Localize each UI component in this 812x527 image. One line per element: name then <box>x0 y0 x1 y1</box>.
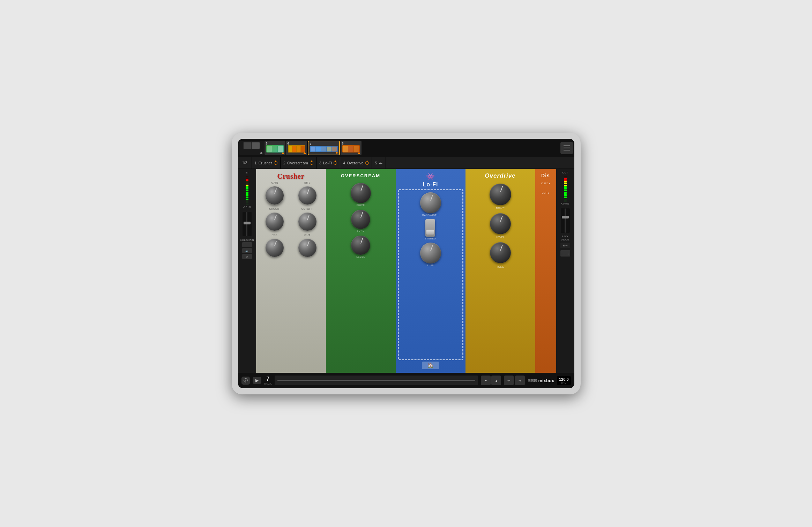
crusher-gain-knob[interactable] <box>266 186 284 205</box>
undo-button[interactable]: ↩ <box>504 376 514 385</box>
tab-half[interactable]: 1/2 <box>238 157 252 169</box>
crusher-crush-knob[interactable] <box>266 213 284 231</box>
overscream-drive-knob[interactable] <box>351 183 371 203</box>
speaker-icon: 🔈 <box>245 249 249 252</box>
ch1-power-icon[interactable] <box>274 161 277 165</box>
lofi-bandwidth-knob[interactable] <box>420 192 441 213</box>
in-label: IN <box>246 171 248 174</box>
settings-icon: ⊕ <box>246 255 248 258</box>
out-label: OUT <box>562 171 568 174</box>
ch2-power-icon[interactable] <box>310 161 313 165</box>
lofi-stereo-knob[interactable] <box>425 219 435 237</box>
slot-thumbnail-8 <box>342 145 360 153</box>
lofi-lofi-knob[interactable] <box>420 243 441 264</box>
crusher-cutoff-knob-container <box>298 213 316 231</box>
vu-seg-g6 <box>246 190 248 191</box>
out-fader-handle[interactable] <box>562 216 569 218</box>
out-vu-y1 <box>564 185 567 186</box>
side-chain-button[interactable]: - <box>242 242 252 247</box>
ch2-name: Overscream <box>287 161 308 165</box>
output-fader[interactable] <box>561 208 570 233</box>
slot-thumbnail-6 <box>288 145 305 153</box>
play-button[interactable]: ▶ <box>253 377 261 384</box>
overdrive-module: Overdrive DRIVE <box>465 169 535 373</box>
overscream-drive-label: DRIVE <box>357 204 365 206</box>
overdrive-tone-knob[interactable] <box>490 242 511 263</box>
nav-up-button[interactable]: ▴ <box>491 376 501 385</box>
rack-sublabel: RACK <box>264 382 272 385</box>
rack-indicator: 7 RACK <box>264 376 272 385</box>
rack-slot-5[interactable]: 5 <box>265 141 285 155</box>
crusher-cutoff-knob[interactable] <box>298 213 316 231</box>
rack-slot-8[interactable]: 8 <box>341 141 362 155</box>
distortion-module: Dis CLIP 2● CLIP 1 <box>535 169 556 373</box>
out-vu-g5 <box>564 192 567 193</box>
out-vu-r1 <box>564 179 567 181</box>
crusher-param-labels-mid: CRUSH CUTOFF <box>258 207 324 210</box>
tab-ch4[interactable]: 4 Overdrive <box>340 157 372 169</box>
vu-seg-y3 <box>246 181 248 183</box>
mixbox-logo: ⊟⊟⊟ mixbox <box>528 378 554 383</box>
overdrive-drive-knob[interactable] <box>490 184 511 205</box>
tab-ch1[interactable]: 1 Crusher <box>252 157 281 169</box>
overdrive-level-row <box>468 213 533 234</box>
settings-button[interactable]: ⊕ <box>242 254 252 259</box>
out-vu-g4 <box>564 193 567 195</box>
tab-half-label: 1/2 <box>242 161 247 165</box>
out-vu-g8 <box>564 186 567 188</box>
redo-icon: ↪ <box>519 379 521 383</box>
ch4-power-icon[interactable] <box>365 161 369 165</box>
ch5-name: -/- <box>379 161 382 165</box>
out-vu-g7 <box>564 188 567 190</box>
ch4-name: Overdrive <box>347 161 364 165</box>
vu-seg-g2 <box>246 197 248 198</box>
tab-ch2[interactable]: 2 Overscream <box>281 157 316 169</box>
crusher-bits-knob-container <box>298 186 316 205</box>
crusher-bits-knob[interactable] <box>298 186 316 205</box>
mixer-icon: ⋮⋮⋮ <box>560 252 570 255</box>
lofi-base-icon: 🏠 <box>422 362 439 369</box>
bpm-value: 120.0 <box>559 377 569 381</box>
overscream-tone-knob[interactable] <box>351 210 370 229</box>
crusher-res-knob[interactable] <box>266 239 284 257</box>
nav-down-button[interactable]: ▾ <box>481 376 491 385</box>
rack-slot-7[interactable]: 7 <box>308 141 340 155</box>
preset-display[interactable] <box>275 376 478 385</box>
rack-usage-display: 30% <box>560 243 570 248</box>
rack-slot-prev[interactable] <box>239 141 264 155</box>
menu-button[interactable] <box>560 142 573 154</box>
input-fader[interactable] <box>243 212 252 236</box>
crusher-out-knob[interactable] <box>298 239 316 257</box>
lofi-icon: 👾 <box>398 172 463 181</box>
rack-number: 7 <box>266 376 269 382</box>
undo-redo-group: ↩ ↪ <box>504 376 525 385</box>
stereo-indicator <box>426 230 434 235</box>
rack-slot-6[interactable]: 6 <box>286 141 307 155</box>
power-dot-7 <box>336 152 338 154</box>
crusher-param-labels-top: GAIN BITS <box>258 181 324 184</box>
redo-button[interactable]: ↪ <box>515 376 525 385</box>
preset-bar <box>277 380 476 381</box>
speaker-button[interactable]: 🔈 <box>242 248 252 253</box>
overdrive-level-knob[interactable] <box>490 213 511 234</box>
crusher-knob-row-3 <box>258 239 324 257</box>
ch4-num: 4 <box>343 161 345 165</box>
fader-handle[interactable] <box>244 222 251 224</box>
ch3-num: 3 <box>319 161 321 165</box>
bpm-display[interactable]: 120.0 BPM <box>557 376 571 385</box>
overscream-level-knob[interactable] <box>351 236 370 255</box>
mixer-button[interactable]: ⋮⋮⋮ <box>560 250 570 257</box>
vu-seg-g4 <box>246 193 248 195</box>
lofi-inner-area: BANDWIDTH STEREO Lo-Fi <box>398 189 463 360</box>
tab-ch3[interactable]: 3 Lo-Fi <box>316 157 340 169</box>
lofi-module: 👾 Lo-Fi BANDWIDTH STE <box>396 169 465 373</box>
vu-seg-g3 <box>246 195 248 196</box>
info-button[interactable]: ⓘ <box>241 377 250 385</box>
overdrive-title: Overdrive <box>485 172 515 179</box>
out-vu-off2 <box>564 199 567 200</box>
info-icon: ⓘ <box>244 378 248 384</box>
vu-seg-g8 <box>246 186 248 188</box>
ch1-name: Crusher <box>259 161 272 165</box>
ch3-power-icon[interactable] <box>334 161 337 165</box>
tab-ch5[interactable]: 5 -/- <box>372 157 386 169</box>
